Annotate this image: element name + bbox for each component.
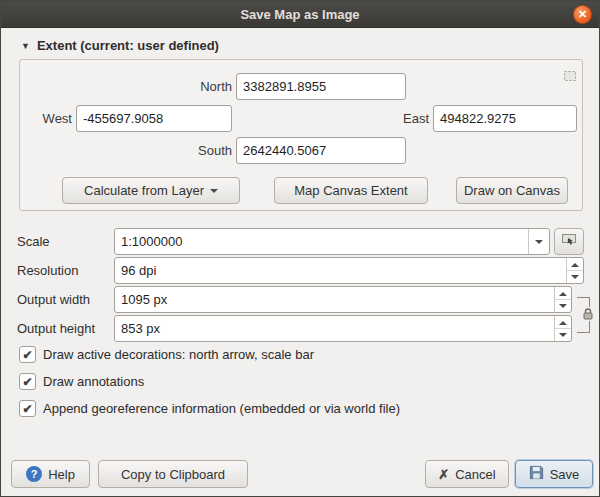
output-height-spin-buttons [554,316,571,341]
resolution-spin-buttons [566,258,583,283]
combo-arrow-icon [535,240,543,248]
help-icon: ? [26,466,42,482]
lock-icon [582,307,594,321]
cancel-button[interactable]: ✗ Cancel [425,460,509,488]
cancel-label: Cancel [455,467,495,482]
arrow-down-icon [559,304,567,312]
output-width-spin-down-button[interactable] [555,300,571,312]
west-label: West [26,111,72,126]
checkbox-draw-annotations[interactable]: ✔ Draw annotations [19,373,144,390]
copy-to-clipboard-label: Copy to Clipboard [121,467,225,482]
scale-label: Scale [17,234,50,249]
arrow-down-icon [559,333,567,341]
set-scale-from-canvas-button[interactable] [554,228,584,255]
checkbox-append-georeference-label: Append georeference information (embedde… [43,401,400,416]
output-width-spin-buttons [554,287,571,312]
save-button[interactable]: Save [515,460,593,488]
close-icon: ✕ [578,9,587,20]
calculate-from-layer-label: Calculate from Layer [84,183,204,198]
output-height-spinbox [114,315,572,342]
draw-on-canvas-label: Draw on Canvas [464,183,560,198]
map-canvas-extent-button[interactable]: Map Canvas Extent [274,177,428,204]
save-icon [529,465,544,483]
arrow-up-icon [559,288,567,296]
output-height-spin-down-button[interactable] [555,329,571,341]
resolution-spinbox [114,257,584,284]
east-input[interactable] [433,105,577,132]
checkbox-append-georeference[interactable]: ✔ Append georeference information (embed… [19,400,400,417]
output-width-spin-up-button[interactable] [555,287,571,300]
checkbox-checked-icon[interactable]: ✔ [19,346,36,363]
scale-dropdown-button[interactable] [528,229,549,254]
scale-input[interactable] [115,229,528,254]
scale-combobox[interactable] [114,228,550,255]
output-height-input[interactable] [114,315,572,342]
west-input[interactable] [76,105,232,132]
extent-icon [562,68,578,84]
chevron-down-icon [210,189,218,197]
save-label: Save [550,467,580,482]
resolution-spin-down-button[interactable] [567,271,583,283]
resolution-label: Resolution [17,263,78,278]
titlebar[interactable]: Save Map as Image ✕ [1,1,599,28]
help-button[interactable]: ? Help [11,460,90,488]
resolution-input[interactable] [114,257,584,284]
arrow-down-icon [571,275,579,283]
arrow-up-icon [571,259,579,267]
aspect-ratio-lock[interactable] [577,294,597,336]
cancel-icon: ✗ [438,468,449,481]
resolution-spin-up-button[interactable] [567,258,583,271]
north-label: North [120,79,232,94]
collapse-arrow-icon: ▼ [21,41,30,51]
output-width-spinbox [114,286,572,313]
calculate-from-layer-button[interactable]: Calculate from Layer [62,177,240,204]
save-map-as-image-dialog: Save Map as Image ✕ ▼ Extent (current: u… [0,0,600,497]
checkbox-draw-decorations[interactable]: ✔ Draw active decorations: north arrow, … [19,346,314,363]
copy-to-clipboard-button[interactable]: Copy to Clipboard [98,460,248,488]
arrow-up-icon [559,317,567,325]
window-title: Save Map as Image [240,7,359,22]
extent-group-header[interactable]: ▼ Extent (current: user defined) [21,38,219,53]
checkbox-draw-annotations-label: Draw annotations [43,374,144,389]
east-label: East [389,111,429,126]
checkbox-draw-decorations-label: Draw active decorations: north arrow, sc… [43,347,314,362]
map-scale-icon [561,232,577,251]
output-height-spin-up-button[interactable] [555,316,571,329]
draw-on-canvas-button[interactable]: Draw on Canvas [456,177,568,204]
south-input[interactable] [236,137,406,164]
north-input[interactable] [236,73,406,100]
output-width-input[interactable] [114,286,572,313]
south-label: South [120,143,232,158]
output-height-label: Output height [17,321,95,336]
output-width-label: Output width [17,292,90,307]
extent-frame: North West East South Calculate from Lay… [19,59,583,211]
close-button[interactable]: ✕ [573,5,592,24]
map-canvas-extent-label: Map Canvas Extent [294,183,407,198]
checkbox-checked-icon[interactable]: ✔ [19,400,36,417]
extent-group-title: Extent (current: user defined) [37,38,219,53]
help-label: Help [48,467,75,482]
checkbox-checked-icon[interactable]: ✔ [19,373,36,390]
